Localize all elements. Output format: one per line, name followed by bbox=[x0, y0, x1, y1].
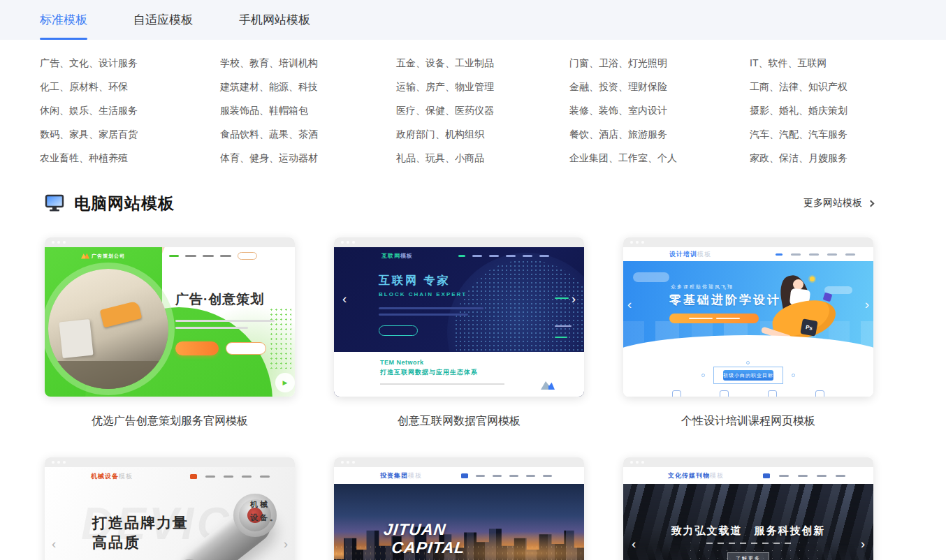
preview-feature-icons bbox=[672, 390, 824, 397]
template-preview: 文化传媒刊物模板 致力弘文载道 服务科技创新 了解更多 bbox=[623, 467, 873, 560]
preview-tagline: 众多课程助你迎风飞翔 bbox=[671, 283, 734, 290]
category-link[interactable]: 五金、设备、工业制品 bbox=[396, 51, 569, 75]
preview-lower-section: 初级小白的职业目标 bbox=[623, 352, 873, 397]
category-link[interactable]: 装修、装饰、室内设计 bbox=[569, 98, 750, 122]
tab[interactable]: 手机网站模板 bbox=[239, 0, 310, 40]
preview-text-lines bbox=[379, 307, 483, 316]
preview-buttons bbox=[175, 341, 282, 355]
nav-item-bar bbox=[798, 475, 808, 477]
category-link[interactable]: IT、软件、互联网 bbox=[750, 51, 946, 75]
template-preview: 机械设备模板 DEVICE 打造品牌力量 高品质 打造高标准品质 bbox=[45, 467, 295, 560]
nav-item-bar bbox=[779, 475, 789, 477]
template-card-ad-creative[interactable]: 广告策划公司 ▶ 广告·创意策 bbox=[45, 237, 295, 397]
category-link[interactable]: 体育、健身、运动器材 bbox=[220, 146, 396, 170]
preview-nav-items bbox=[458, 255, 549, 257]
preview-headline: 致力弘文载道 服务科技创新 bbox=[623, 524, 873, 538]
browser-dot-icon bbox=[347, 461, 349, 464]
nav-item-bar bbox=[509, 475, 518, 477]
nav-item-bar bbox=[845, 253, 855, 256]
template-card-cell: 文化传媒刊物模板 致力弘文载道 服务科技创新 了解更多 bbox=[623, 457, 873, 560]
preview-signup-pill bbox=[238, 252, 257, 260]
category-link[interactable]: 汽车、汽配、汽车服务 bbox=[750, 122, 946, 146]
template-title[interactable]: 优选广告创意策划服务官网模板 bbox=[45, 397, 295, 457]
tab-label: 自适应模板 bbox=[133, 13, 193, 27]
category-link[interactable]: 建筑建材、能源、科技 bbox=[220, 75, 396, 98]
tab[interactable]: 自适应模板 bbox=[133, 0, 193, 40]
carousel-prev-icon[interactable]: ‹ bbox=[52, 537, 56, 550]
template-title[interactable]: 个性设计培训课程网页模板 bbox=[623, 397, 873, 457]
tab-label: 手机网站模板 bbox=[239, 13, 310, 27]
template-card-machinery[interactable]: 机械设备模板 DEVICE 打造品牌力量 高品质 打造高标准品质 bbox=[45, 457, 295, 560]
carousel-next-icon[interactable]: › bbox=[572, 292, 576, 305]
category-link[interactable]: 金融、投资、理财保险 bbox=[569, 75, 750, 98]
category-link[interactable]: 企业集团、工作室、个人 bbox=[569, 146, 750, 170]
category-link[interactable]: 摄影、婚礼、婚庆策划 bbox=[750, 98, 946, 122]
preview-nav-items bbox=[169, 252, 257, 260]
tab[interactable]: 标准模板 bbox=[40, 0, 87, 40]
browser-chrome-bar bbox=[623, 457, 873, 467]
carousel-next-icon[interactable]: › bbox=[865, 297, 869, 311]
section-title: 电脑网站模板 bbox=[74, 193, 175, 214]
carousel-next-icon[interactable]: › bbox=[861, 537, 865, 550]
template-card-investment-group[interactable]: 投资集团模板 JITUAN CAPITAL bbox=[334, 457, 584, 560]
carousel-next-icon[interactable]: › bbox=[284, 537, 288, 550]
category-link[interactable]: 农业畜牲、种植养殖 bbox=[40, 146, 220, 170]
template-title[interactable]: 创意互联网数据官网模板 bbox=[334, 397, 584, 457]
carousel-prev-icon[interactable]: ‹ bbox=[627, 297, 632, 311]
nav-item-bar bbox=[489, 255, 499, 257]
preview-secondary-button bbox=[226, 342, 266, 355]
preview-headline: 打造品牌力量 高品质 bbox=[92, 513, 189, 553]
preview-cta-button bbox=[379, 325, 418, 336]
ps-badge-icon: Ps bbox=[800, 318, 817, 336]
category-link[interactable]: 工商、法律、知识产权 bbox=[750, 75, 946, 98]
preview-subheadline: BLOCK CHAIN EXPERT bbox=[379, 291, 483, 297]
category-link[interactable]: 数码、家具、家居百货 bbox=[40, 122, 220, 146]
more-templates-link[interactable]: 更多网站模板 bbox=[803, 197, 873, 209]
nav-item-bar bbox=[791, 253, 801, 256]
category-link[interactable]: 运输、房产、物业管理 bbox=[396, 75, 569, 98]
preview-logo-text: 文化传媒刊物模板 bbox=[668, 471, 724, 480]
template-card-culture-media[interactable]: 文化传媒刊物模板 致力弘文载道 服务科技创新 了解更多 bbox=[623, 457, 873, 560]
preview-text-bar bbox=[380, 383, 504, 385]
browser-dot-icon bbox=[636, 241, 639, 244]
category-link[interactable]: 广告、文化、设计服务 bbox=[40, 51, 220, 75]
nav-item-bar bbox=[458, 255, 465, 257]
category-link[interactable]: 化工、原材料、环保 bbox=[40, 75, 220, 98]
category-link[interactable]: 学校、教育、培训机构 bbox=[220, 51, 396, 75]
preview-navbar: 广告策划公司 bbox=[81, 252, 257, 260]
nav-item-bar bbox=[526, 475, 535, 477]
preview-primary-button bbox=[175, 341, 219, 355]
category-link[interactable]: 餐饮、酒店、旅游服务 bbox=[569, 122, 750, 146]
nav-item-bar bbox=[224, 476, 233, 478]
browser-chrome-bar bbox=[45, 457, 295, 467]
template-card-cell: 互联网模板 互联网 专家 BLOCK CHAIN EXPERT bbox=[334, 237, 584, 457]
category-link[interactable]: 礼品、玩具、小商品 bbox=[396, 146, 569, 170]
category-link[interactable]: 门窗、卫浴、灯光照明 bbox=[569, 51, 750, 75]
decor-dot-row bbox=[355, 345, 563, 346]
category-link[interactable]: 医疗、保健、医药仪器 bbox=[396, 98, 569, 122]
chevron-right-icon bbox=[868, 200, 875, 207]
category-link[interactable]: 服装饰品、鞋帽箱包 bbox=[220, 98, 396, 122]
browser-dot-icon bbox=[63, 241, 66, 244]
preview-text-lines bbox=[175, 320, 282, 329]
template-card-cell: 设计培训模板 众多课程助你迎风飞翔 零基础进阶学设计 bbox=[623, 237, 873, 457]
nav-item-bar bbox=[203, 255, 214, 257]
preview-nav-items bbox=[776, 253, 855, 256]
template-card-design-training[interactable]: 设计培训模板 众多课程助你迎风飞翔 零基础进阶学设计 bbox=[623, 237, 873, 397]
nav-item-bar bbox=[763, 473, 770, 478]
preview-hero-copy: 互联网 专家 BLOCK CHAIN EXPERT bbox=[379, 274, 483, 336]
carousel-prev-icon[interactable]: ‹ bbox=[342, 292, 347, 305]
preview-footer-subtitle: 打造互联网数据与应用生态体系 bbox=[380, 368, 584, 377]
selected-button-group: 初级小白的职业目标 bbox=[723, 370, 773, 381]
category-link[interactable]: 休闲、娱乐、生活服务 bbox=[40, 98, 220, 122]
category-link[interactable]: 食品饮料、蔬果、茶酒 bbox=[220, 122, 396, 146]
browser-chrome-bar bbox=[334, 457, 584, 467]
template-card-internet-data[interactable]: 互联网模板 互联网 专家 BLOCK CHAIN EXPERT bbox=[334, 237, 584, 397]
nav-item-bar bbox=[827, 253, 837, 256]
template-card-cell: 机械设备模板 DEVICE 打造品牌力量 高品质 打造高标准品质 bbox=[45, 457, 295, 560]
mountain-logo-icon bbox=[81, 253, 89, 259]
category-link[interactable]: 家政、保洁、月嫂服务 bbox=[750, 146, 946, 170]
category-link[interactable]: 政府部门、机构组织 bbox=[396, 122, 569, 146]
preview-side-text: 机械 设备。 bbox=[250, 498, 279, 524]
carousel-prev-icon[interactable]: ‹ bbox=[632, 537, 636, 550]
